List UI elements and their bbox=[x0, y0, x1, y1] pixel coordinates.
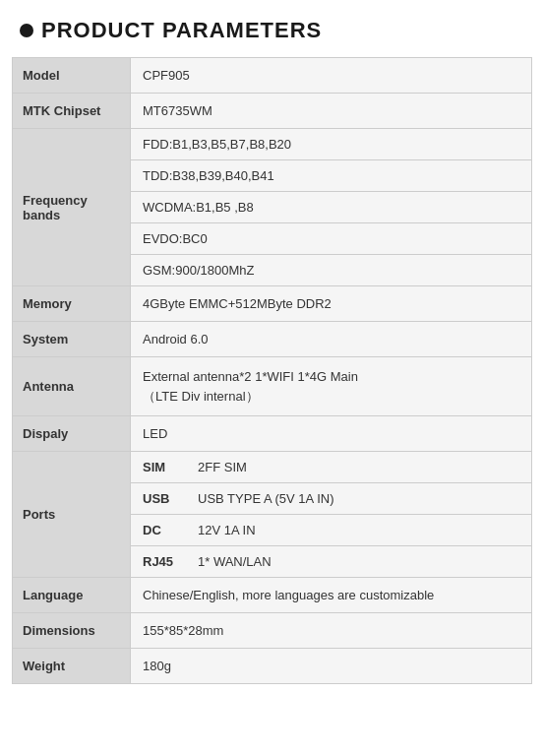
memory-row: Memory 4GByte EMMC+512MByte DDR2 bbox=[13, 286, 531, 322]
memory-label: Memory bbox=[13, 286, 131, 321]
port-sim-type: SIM bbox=[143, 460, 182, 474]
port-dc-value: 12V 1A IN bbox=[198, 523, 256, 537]
system-label: System bbox=[13, 322, 131, 356]
frequency-label: Frequency bands bbox=[13, 129, 131, 285]
port-dc-type: DC bbox=[143, 523, 182, 537]
freq-value-wcdma: WCDMA:B1,B5 ,B8 bbox=[131, 192, 531, 223]
dimensions-row: Dimensions 155*85*28mm bbox=[13, 613, 531, 649]
header: PRODUCT PARAMETERS bbox=[0, 0, 544, 57]
port-rj45: RJ45 1* WAN/LAN bbox=[131, 546, 531, 577]
chipset-row: MTK Chipset MT6735WM bbox=[13, 94, 531, 129]
system-row: System Android 6.0 bbox=[13, 322, 531, 357]
model-value: CPF905 bbox=[131, 58, 531, 93]
freq-value-tdd: TDD:B38,B39,B40,B41 bbox=[131, 160, 531, 192]
freq-value-fdd: FDD:B1,B3,B5,B7,B8,B20 bbox=[131, 129, 531, 160]
weight-value: 180g bbox=[131, 649, 531, 683]
weight-label: Weight bbox=[13, 649, 131, 683]
antenna-value: External antenna*2 1*WIFI 1*4G Main （LTE… bbox=[131, 357, 531, 415]
antenna-line2: （LTE Div internal） bbox=[143, 387, 358, 407]
port-rj45-type: RJ45 bbox=[143, 554, 182, 569]
model-row: Model CPF905 bbox=[13, 58, 531, 94]
ports-group: Ports SIM 2FF SIM USB USB TYPE A (5V 1A … bbox=[13, 452, 531, 578]
weight-row: Weight 180g bbox=[13, 649, 531, 683]
port-usb-value: USB TYPE A (5V 1A IN) bbox=[198, 491, 334, 506]
dimensions-label: Dimensions bbox=[13, 613, 131, 648]
display-value: LED bbox=[131, 416, 531, 451]
system-value: Android 6.0 bbox=[131, 322, 531, 356]
ports-label: Ports bbox=[13, 452, 131, 577]
frequency-group: Frequency bands FDD:B1,B3,B5,B7,B8,B20 T… bbox=[13, 129, 531, 286]
header-bullet bbox=[20, 24, 33, 37]
antenna-label: Antenna bbox=[13, 357, 131, 415]
chipset-label: MTK Chipset bbox=[13, 94, 131, 128]
port-sim: SIM 2FF SIM bbox=[131, 452, 531, 483]
freq-value-gsm: GSM:900/1800MhZ bbox=[131, 255, 531, 285]
dimensions-value: 155*85*28mm bbox=[131, 613, 531, 648]
memory-value: 4GByte EMMC+512MByte DDR2 bbox=[131, 286, 531, 321]
port-sim-value: 2FF SIM bbox=[198, 460, 247, 474]
ports-values: SIM 2FF SIM USB USB TYPE A (5V 1A IN) DC… bbox=[131, 452, 531, 577]
freq-value-evdo: EVDO:BC0 bbox=[131, 223, 531, 255]
chipset-value: MT6735WM bbox=[131, 94, 531, 128]
port-usb: USB USB TYPE A (5V 1A IN) bbox=[131, 483, 531, 515]
language-label: Language bbox=[13, 578, 131, 612]
port-dc: DC 12V 1A IN bbox=[131, 515, 531, 546]
antenna-line1: External antenna*2 1*WIFI 1*4G Main bbox=[143, 367, 358, 387]
header-title: PRODUCT PARAMETERS bbox=[41, 18, 322, 43]
language-row: Language Chinese/English, more languages… bbox=[13, 578, 531, 613]
product-table: Model CPF905 MTK Chipset MT6735WM Freque… bbox=[12, 57, 532, 684]
port-usb-type: USB bbox=[143, 491, 182, 506]
model-label: Model bbox=[13, 58, 131, 93]
antenna-row: Antenna External antenna*2 1*WIFI 1*4G M… bbox=[13, 357, 531, 416]
display-label: Dispaly bbox=[13, 416, 131, 451]
display-row: Dispaly LED bbox=[13, 416, 531, 452]
language-value: Chinese/English, more languages are cust… bbox=[131, 578, 531, 612]
frequency-values: FDD:B1,B3,B5,B7,B8,B20 TDD:B38,B39,B40,B… bbox=[131, 129, 531, 285]
port-rj45-value: 1* WAN/LAN bbox=[198, 554, 272, 569]
